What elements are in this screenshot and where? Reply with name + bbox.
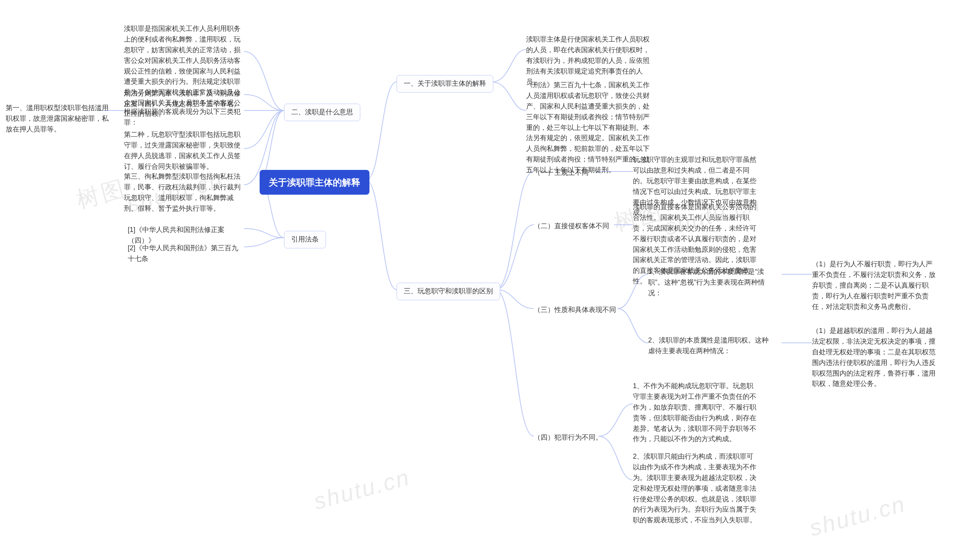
leaf-meaning-3-leaf: 第一、滥用职权型渎职罪包括滥用职权罪，故意泄露国家秘密罪，私放在押人员罪等。 [6, 103, 109, 135]
branch-meaning[interactable]: 二、渎职是什么意思 [284, 103, 360, 121]
watermark: 树图 [73, 173, 130, 216]
branch-subject[interactable]: 一、关于渎职罪主体的解释 [396, 75, 493, 93]
leaf-nature-2: （1）是超越职权的滥用，即行为人超越法定权限，非法决定无权决定的事项，擅自处理无… [812, 326, 938, 389]
mid-nature-1: 1、渎职罪在客观方面的本质属性是“渎职”。这种“忽视”行为主要表现在两种情况： [648, 267, 774, 299]
branch-label: 三、玩忽职守和渎职罪的区别 [404, 287, 493, 295]
leaf-behavior-2: 2、渎职罪只能由行为构成，而渎职罪可以由作为或不作为构成，主要表现为不作为。渎职… [633, 452, 759, 526]
leaf-subject-1: 渎职罪主体是行使国家机关工作人员职权的人员，即在代表国家机关行使职权时，有渎职行… [526, 34, 652, 87]
root-node[interactable]: 关于渎职罪主体的解释 [260, 170, 369, 195]
root-label: 关于渎职罪主体的解释 [269, 177, 360, 187]
branch-references[interactable]: 引用法条 [284, 231, 326, 248]
branch-label: 一、关于渎职罪主体的解释 [404, 80, 486, 87]
sub-nature: （三）性质和具体表现不同 [534, 305, 618, 315]
mid-nature-2: 2、渎职罪的本质属性是滥用职权。这种虐待主要表现在两种情况： [648, 335, 774, 357]
branch-difference[interactable]: 三、玩忽职守和渎职罪的区别 [396, 283, 500, 300]
branch-label: 引用法条 [291, 235, 319, 243]
sub-object: （二）直接侵权客体不同 [534, 221, 614, 232]
watermark: shutu.cn [311, 464, 413, 515]
leaf-ref-2: [2]《中华人民共和国刑法》第三百九十七条 [128, 243, 242, 264]
watermark: shutu.cn [806, 491, 909, 542]
leaf-meaning-3: 根据渎职罪的客观表现分为以下三类犯罪： [124, 107, 242, 128]
leaf-meaning-5: 第三、徇私舞弊型渎职罪包括徇私枉法罪，民事、行政枉法裁判罪，执行裁判玩忽职守、滥… [124, 172, 242, 214]
mindmap-canvas: 树图 shutu.cn 树图 shutu.cn shutu.cn shutu.c… [0, 0, 976, 560]
leaf-behavior-1: 1、不作为不能构成玩忽职守罪。玩忽职守罪主要表现为对工作严重不负责任的不作为，如… [633, 381, 759, 445]
branch-label: 二、渎职是什么意思 [291, 108, 353, 116]
sub-subjective: （一）主观上不同 [534, 168, 595, 178]
leaf-nature-1: （1）是行为人不履行职责，即行为人严重不负责任，不履行法定职责和义务，放弃职责，… [812, 259, 938, 312]
leaf-meaning-4: 第二种，玩忽职守型渎职罪包括玩忽职守罪，过失泄露国家秘密罪，失职致使在押人员脱逃… [124, 130, 242, 172]
sub-behavior: （四）犯罪行为不同。 [534, 432, 606, 443]
